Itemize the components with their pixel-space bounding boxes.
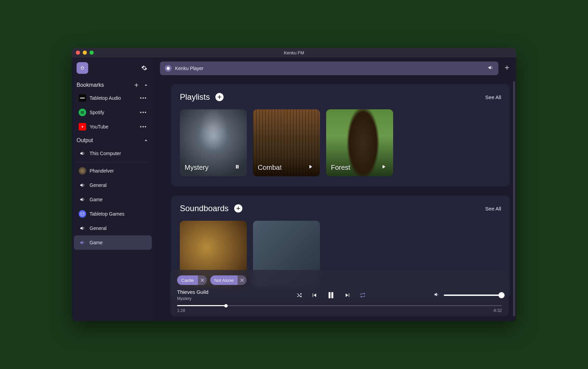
playlist-card-mystery[interactable]: Mystery xyxy=(180,109,247,176)
playlist-label: Mystery xyxy=(185,164,232,172)
window-controls xyxy=(76,51,94,55)
svg-point-0 xyxy=(81,67,82,68)
output-label: Phandelver xyxy=(90,168,114,174)
chip-close-button[interactable] xyxy=(238,275,246,285)
speaker-icon xyxy=(79,196,86,203)
pause-button[interactable] xyxy=(326,290,336,300)
player-tab[interactable]: Kenku Player xyxy=(160,62,498,75)
volume-icon[interactable] xyxy=(433,291,440,299)
output-item-tabletop-games[interactable]: Tabletop Games xyxy=(74,207,152,221)
output-item-this-computer[interactable]: This Computer xyxy=(74,146,152,161)
svg-rect-2 xyxy=(80,98,85,99)
sound-chip-castle[interactable]: Castle xyxy=(177,275,207,285)
speaker-icon xyxy=(79,239,86,246)
sidebar-item-spotify[interactable]: Spotify ••• xyxy=(74,105,152,120)
playlists-title: Playlists xyxy=(180,92,210,102)
discord-icon xyxy=(79,210,86,218)
output-label: Tabletop Games xyxy=(90,211,124,217)
next-button[interactable] xyxy=(345,292,351,298)
shuffle-button[interactable] xyxy=(296,292,302,298)
player-icon xyxy=(165,65,172,72)
volume-icon[interactable] xyxy=(487,65,494,72)
sidebar-item-youtube[interactable]: YouTube ••• xyxy=(74,120,152,134)
main-content: Kenku Player Playlists xyxy=(154,57,516,321)
speaker-icon xyxy=(79,150,86,157)
output-item-general-1[interactable]: General xyxy=(74,178,152,192)
playlists-see-all[interactable]: See All xyxy=(485,94,501,100)
add-soundboard-button[interactable] xyxy=(234,204,242,213)
close-window[interactable] xyxy=(76,51,80,55)
playlist-label: Combat xyxy=(258,164,306,172)
sidebar-item-tabletop-audio[interactable]: Tabletop Audio ••• xyxy=(74,91,152,105)
bookmark-more-button[interactable]: ••• xyxy=(140,110,147,115)
minimize-window[interactable] xyxy=(83,51,87,55)
app-window: Kenku FM Bookmarks xyxy=(72,48,516,321)
output-item-phandelver[interactable]: Phandelver xyxy=(74,164,152,178)
playlist-cards: Mystery Combat Forest xyxy=(180,109,501,176)
output-item-game-1[interactable]: Game xyxy=(74,192,152,207)
chip-label: Castle xyxy=(177,275,198,285)
collapse-output-button[interactable] xyxy=(143,137,149,144)
play-icon[interactable] xyxy=(306,162,315,172)
time-elapsed: 1:28 xyxy=(177,308,185,313)
soundboards-see-all[interactable]: See All xyxy=(485,206,501,211)
repeat-button[interactable] xyxy=(360,292,366,298)
speaker-icon xyxy=(79,181,86,189)
sound-chip-not-alone[interactable]: Not Alone xyxy=(210,275,246,285)
svg-rect-9 xyxy=(331,292,333,298)
svg-point-4 xyxy=(83,214,83,215)
player-label: Kenku Player xyxy=(175,66,203,71)
output-title: Output xyxy=(77,137,93,144)
avatar-icon xyxy=(79,167,86,175)
svg-rect-8 xyxy=(329,292,331,298)
output-label: Game xyxy=(90,240,103,245)
previous-button[interactable] xyxy=(311,292,317,298)
bookmark-more-button[interactable]: ••• xyxy=(140,124,147,129)
output-item-game-2[interactable]: Game xyxy=(74,235,152,250)
track-playlist: Mystery xyxy=(177,296,239,301)
now-playing-track: Thieves Guild Mystery xyxy=(177,289,239,301)
settings-button[interactable] xyxy=(139,63,149,73)
playlist-card-forest[interactable]: Forest xyxy=(326,109,393,176)
progress-bar[interactable] xyxy=(177,305,502,306)
playlists-panel: Playlists See All Mystery xyxy=(171,84,510,187)
bookmark-label: YouTube xyxy=(90,124,108,129)
scrollbar[interactable] xyxy=(513,81,515,316)
soundboards-title: Soundboards xyxy=(180,204,229,213)
tabletop-audio-icon xyxy=(79,94,86,102)
collapse-bookmarks-button[interactable] xyxy=(143,82,149,88)
track-title: Thieves Guild xyxy=(177,289,239,295)
svg-rect-6 xyxy=(236,165,237,169)
play-icon[interactable] xyxy=(379,162,388,172)
output-label: General xyxy=(90,182,107,188)
playback-controls xyxy=(245,290,417,300)
playlist-label: Forest xyxy=(331,164,379,172)
progress-thumb[interactable] xyxy=(224,304,228,308)
time-remaining: -8:32 xyxy=(493,308,502,313)
app-logo[interactable] xyxy=(77,62,88,74)
chip-close-button[interactable] xyxy=(198,275,207,285)
output-label: Game xyxy=(90,197,103,202)
pause-icon[interactable] xyxy=(232,162,242,172)
output-label: General xyxy=(90,226,107,231)
bookmark-more-button[interactable]: ••• xyxy=(140,95,147,101)
output-item-general-2[interactable]: General xyxy=(74,221,152,235)
svg-rect-7 xyxy=(238,165,239,169)
playlist-card-combat[interactable]: Combat xyxy=(253,109,320,176)
youtube-icon xyxy=(79,123,86,131)
add-tab-button[interactable] xyxy=(504,65,510,72)
maximize-window[interactable] xyxy=(90,51,94,55)
divider xyxy=(77,162,149,162)
chip-label: Not Alone xyxy=(210,275,238,285)
volume-slider[interactable] xyxy=(444,295,502,296)
add-bookmark-button[interactable] xyxy=(133,82,139,88)
time-labels: 1:28 -8:32 xyxy=(177,308,502,313)
progress-fill xyxy=(177,305,226,306)
volume-control xyxy=(423,291,502,299)
volume-thumb[interactable] xyxy=(498,292,505,298)
svg-point-1 xyxy=(83,67,84,68)
titlebar: Kenku FM xyxy=(72,48,516,57)
add-playlist-button[interactable] xyxy=(215,93,224,101)
active-sound-chips: Castle Not Alone xyxy=(177,275,502,285)
output-list: This Computer Phandelver General xyxy=(72,146,154,250)
